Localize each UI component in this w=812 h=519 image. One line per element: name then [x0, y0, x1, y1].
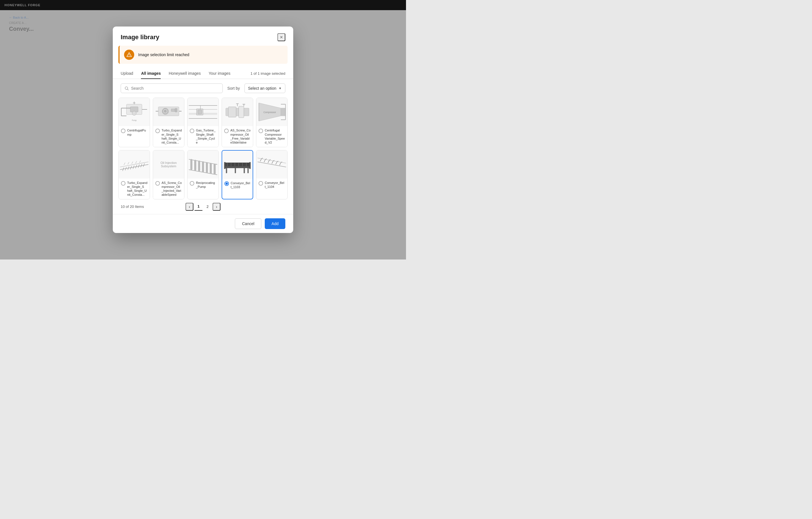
svg-rect-69: [225, 166, 250, 168]
image-card-screw-compressor[interactable]: AS_Screw_Compressor_Oil _Free_VariableSl…: [222, 98, 253, 147]
svg-rect-70: [226, 168, 227, 173]
radio-centrifugal-pump[interactable]: [121, 129, 125, 133]
modal-overlay: Image library × Image selection limit re…: [0, 0, 406, 260]
page-1-button[interactable]: 1: [195, 203, 202, 211]
svg-text:Pump: Pump: [132, 119, 137, 121]
search-sort-row: Sort by Select an option ▼: [113, 79, 293, 98]
pagination-controls: ‹ 1 2 ›: [185, 203, 221, 211]
search-icon: [124, 86, 129, 90]
radio-reciprocating-pump[interactable]: [190, 181, 194, 186]
image-card-centrifugal-compressor[interactable]: Compressor Centrifugal Compressor Variab…: [256, 98, 288, 147]
modal-header: Image library ×: [113, 27, 293, 46]
svg-line-83: [258, 162, 286, 167]
svg-rect-73: [248, 168, 249, 173]
image-card-footer: Turbo_Expander_Single_S haft_Single_Unit…: [119, 179, 150, 199]
image-label: Turbo_Expander_Single_S haft_Single_Unit…: [162, 128, 182, 144]
image-card-footer: Centrifugal Compressor Variable_Speed_V2: [256, 126, 287, 147]
add-button[interactable]: Add: [265, 218, 285, 229]
svg-line-3: [127, 89, 128, 90]
sort-value: Select an option: [248, 86, 276, 90]
tab-honeywell-images[interactable]: Honeywell images: [169, 68, 201, 79]
image-card-footer: Reciprocating_Pump: [187, 179, 219, 191]
svg-rect-72: [244, 168, 245, 173]
svg-rect-81: [224, 162, 226, 169]
tab-all-images[interactable]: All images: [141, 68, 161, 79]
image-card-reciprocating-pump[interactable]: Reciprocating_Pump: [187, 150, 219, 199]
svg-rect-19: [175, 108, 177, 112]
modal-title: Image library: [121, 33, 159, 41]
image-card-footer: Gas_Turbine_Single_Shaft _Simple_Cycle: [187, 126, 219, 147]
svg-line-95: [280, 162, 281, 165]
radio-centrifugal-compressor[interactable]: [259, 129, 263, 133]
image-thumbnail: Oil Injection Subsystem: [153, 151, 184, 179]
image-label: Conveyor_Belt_1104: [265, 181, 285, 189]
image-card-centrifugal-pump[interactable]: Pump CentrifugalPump: [118, 98, 150, 147]
sort-dropdown[interactable]: Select an option ▼: [244, 83, 285, 93]
next-page-button[interactable]: ›: [212, 203, 221, 211]
tabs-left: Upload All images Honeywell images Your …: [121, 68, 230, 79]
close-button[interactable]: ×: [278, 33, 285, 41]
svg-rect-82: [249, 162, 251, 169]
image-thumbnail: [222, 98, 253, 126]
pagination-items-info: 10 of 20 Items: [121, 204, 144, 209]
search-box[interactable]: [121, 83, 223, 93]
image-card-footer: Turbo_Expander_Single_S haft_Single_Unit…: [153, 126, 184, 147]
svg-line-87: [264, 159, 266, 162]
image-card-footer: Conveyor_Belt_1104: [256, 179, 287, 191]
radio-screw-compressor[interactable]: [224, 129, 229, 133]
chevron-down-icon: ▼: [279, 87, 282, 90]
image-card-turbo-expander-1[interactable]: Turbo_Expander_Single_S haft_Single_Unit…: [153, 98, 184, 147]
page-2-button[interactable]: 2: [204, 203, 211, 211]
prev-page-button[interactable]: ‹: [185, 203, 194, 211]
image-card-gas-turbine[interactable]: Gas_Turbine_Single_Shaft _Simple_Cycle: [187, 98, 219, 147]
image-card-conveyor-1103[interactable]: Conveyor_Belt_1103: [222, 150, 253, 199]
image-label: Conveyor_Belt_1103: [231, 181, 250, 189]
cancel-button[interactable]: Cancel: [235, 218, 261, 229]
image-label: Centrifugal Compressor Variable_Speed_V2: [265, 128, 285, 144]
svg-line-59: [139, 161, 141, 163]
image-thumbnail: Pump: [119, 98, 150, 126]
image-card-footer: AS_Screw_Compressor_Oil _Free_VariableSl…: [222, 126, 253, 147]
radio-oil-injection[interactable]: [155, 181, 160, 186]
svg-line-85: [260, 159, 262, 161]
tab-your-images[interactable]: Your images: [209, 68, 230, 79]
alert-banner: Image selection limit reached: [118, 46, 288, 64]
svg-line-55: [124, 162, 125, 165]
radio-conveyor-1103[interactable]: [225, 181, 229, 186]
tabs-bar: Upload All images Honeywell images Your …: [113, 68, 293, 79]
alert-message: Image selection limit reached: [138, 52, 189, 57]
radio-conveyor-1104[interactable]: [259, 181, 263, 186]
tab-upload[interactable]: Upload: [121, 68, 133, 79]
image-library-modal: Image library × Image selection limit re…: [113, 27, 293, 233]
image-thumbnail: Compressor: [256, 98, 287, 126]
image-thumbnail: [187, 98, 219, 126]
image-grid: Pump CentrifugalPump: [113, 98, 293, 199]
svg-point-1: [129, 56, 129, 56]
image-card-oil-injection[interactable]: Oil Injection Subsystem AS_Screw_Compres…: [153, 150, 184, 199]
svg-rect-71: [235, 168, 236, 173]
radio-turbo-expander-1[interactable]: [155, 129, 160, 133]
image-label: Gas_Turbine_Single_Shaft _Simple_Cycle: [196, 128, 216, 144]
svg-rect-18: [171, 109, 175, 111]
svg-line-56: [128, 162, 129, 164]
image-thumbnail: [256, 151, 287, 179]
svg-rect-38: [281, 108, 286, 116]
svg-text:Compressor: Compressor: [263, 111, 276, 114]
svg-point-10: [132, 111, 137, 116]
svg-line-44: [120, 164, 149, 169]
radio-gas-turbine[interactable]: [190, 129, 194, 133]
image-card-turbo-expander-2[interactable]: Turbo_Expander_Single_S haft_Single_Unit…: [118, 150, 150, 199]
image-label: CentrifugalPump: [127, 128, 147, 137]
selection-info: 1 of 1 image selected: [250, 71, 285, 76]
image-card-conveyor-1104[interactable]: Conveyor_Belt_1104: [256, 150, 288, 199]
modal-footer: Cancel Add: [113, 214, 293, 233]
svg-point-2: [125, 87, 128, 89]
svg-point-17: [164, 110, 166, 112]
image-card-footer: AS_Screw_Compressor_Oil _Injected_Variab…: [153, 179, 184, 199]
image-label: Reciprocating_Pump: [196, 181, 216, 189]
radio-turbo-expander-2[interactable]: [121, 181, 125, 186]
svg-rect-28: [198, 110, 202, 114]
image-thumbnail: [222, 151, 253, 179]
svg-line-91: [272, 161, 273, 164]
search-input[interactable]: [131, 86, 219, 90]
